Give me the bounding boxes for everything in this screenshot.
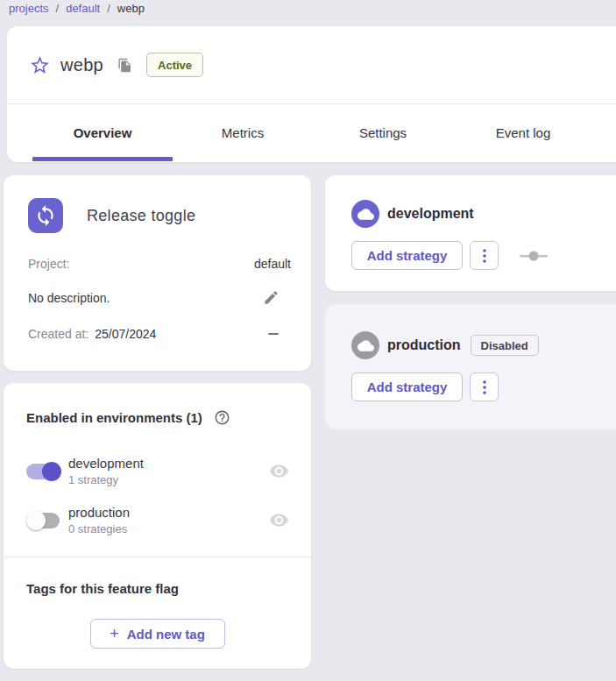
copy-name-button[interactable] xyxy=(117,58,132,73)
tags-heading: Tags for this feature flag xyxy=(26,581,288,596)
feature-flag-page: projects / default / webp webp Active Ov… xyxy=(0,0,616,681)
production-panel-title: production xyxy=(387,337,461,353)
created-at-row: Created at: 25/07/2024 xyxy=(28,327,291,341)
tab-settings[interactable]: Settings xyxy=(313,104,453,161)
status-badge: Active xyxy=(146,53,203,77)
created-at-value: 25/07/2024 xyxy=(95,327,156,341)
breadcrumb-separator: / xyxy=(56,2,60,15)
production-panel-header: production Disabled xyxy=(351,331,616,359)
environment-name: production xyxy=(68,505,269,520)
production-environment-panel: production Disabled Add strategy xyxy=(325,304,616,429)
tab-overview-label: Overview xyxy=(74,125,132,140)
development-more-actions-button[interactable] xyxy=(470,241,499,270)
eye-icon xyxy=(269,510,289,530)
tab-settings-label: Settings xyxy=(359,125,407,140)
collapse-button[interactable] xyxy=(268,333,279,336)
plus-icon: + xyxy=(110,626,119,642)
breadcrumb: projects / default / webp xyxy=(9,2,145,15)
tab-event-log[interactable]: Event log xyxy=(453,104,593,161)
description-row: No description. xyxy=(28,289,291,306)
production-panel-actions: Add strategy xyxy=(351,372,616,401)
eye-icon xyxy=(269,461,289,481)
active-tab-indicator xyxy=(32,157,173,161)
development-panel-title: development xyxy=(387,206,474,222)
production-cloud-icon xyxy=(351,331,379,359)
kebab-icon xyxy=(483,249,486,263)
environments-heading-row: Enabled in environments (1) xyxy=(26,409,289,426)
add-new-tag-button[interactable]: + Add new tag xyxy=(90,619,225,649)
project-label: Project: xyxy=(28,257,69,271)
breadcrumb-current: webp xyxy=(117,2,145,15)
production-toggle[interactable] xyxy=(26,511,61,530)
environment-strategy-count: 0 strategies xyxy=(68,522,269,536)
development-toggle[interactable] xyxy=(26,462,61,481)
environment-name: development xyxy=(68,456,269,471)
star-icon xyxy=(29,54,51,76)
kebab-icon xyxy=(483,380,486,394)
copy-icon xyxy=(117,58,132,73)
edit-description-button[interactable] xyxy=(263,289,280,306)
tab-overview[interactable]: Overview xyxy=(32,104,173,161)
tab-metrics-label: Metrics xyxy=(222,125,264,140)
production-visibility-button[interactable] xyxy=(269,510,289,530)
development-add-strategy-button[interactable]: Add strategy xyxy=(351,241,463,270)
production-more-actions-button[interactable] xyxy=(470,372,499,401)
breadcrumb-separator: / xyxy=(107,2,110,15)
development-panel-header: development xyxy=(351,200,616,228)
add-strategy-label: Add strategy xyxy=(367,248,448,263)
tags-section: Tags for this feature flag + Add new tag xyxy=(4,557,311,649)
breadcrumb-link-projects[interactable]: projects xyxy=(9,2,49,15)
breadcrumb-link-default[interactable]: default xyxy=(66,2,100,15)
add-strategy-label: Add strategy xyxy=(367,380,448,394)
project-value: default xyxy=(254,257,291,271)
tab-metrics[interactable]: Metrics xyxy=(173,104,313,161)
strategy-node-icon xyxy=(520,251,548,261)
development-panel-actions: Add strategy xyxy=(351,241,616,270)
tab-event-log-label: Event log xyxy=(496,125,551,140)
production-disabled-badge: Disabled xyxy=(471,335,539,356)
created-at-label: Created at: xyxy=(28,327,89,341)
description-text: No description. xyxy=(28,291,110,305)
release-toggle-icon xyxy=(28,198,63,233)
production-add-strategy-button[interactable]: Add strategy xyxy=(351,372,463,401)
tab-bar: Overview Metrics Settings Event log xyxy=(7,104,616,161)
page-title: webp xyxy=(60,55,103,75)
flag-type-header: Release toggle xyxy=(28,198,291,233)
favorite-button[interactable] xyxy=(29,54,51,76)
environments-card: Enabled in environments (1) development … xyxy=(4,383,311,669)
environment-strategy-count: 1 strategy xyxy=(68,473,269,486)
pencil-icon xyxy=(263,289,280,306)
environments-heading: Enabled in environments (1) xyxy=(26,410,202,425)
feature-header-card: webp Active Overview Metrics Settings Ev… xyxy=(7,26,616,162)
flag-type-label: Release toggle xyxy=(87,207,195,225)
environments-help-button[interactable] xyxy=(214,409,230,426)
project-row: Project: default xyxy=(28,257,291,271)
environment-row-development: development 1 strategy xyxy=(26,456,289,486)
help-icon xyxy=(214,409,230,426)
minus-icon xyxy=(268,333,279,336)
add-new-tag-label: Add new tag xyxy=(127,627,205,642)
development-visibility-button[interactable] xyxy=(269,461,289,481)
development-environment-panel: development Add strategy xyxy=(325,175,616,291)
environment-row-production: production 0 strategies xyxy=(26,505,289,536)
feature-title-row: webp Active xyxy=(7,26,616,104)
development-cloud-icon xyxy=(351,200,379,228)
flag-details-card: Release toggle Project: default No descr… xyxy=(4,175,311,371)
